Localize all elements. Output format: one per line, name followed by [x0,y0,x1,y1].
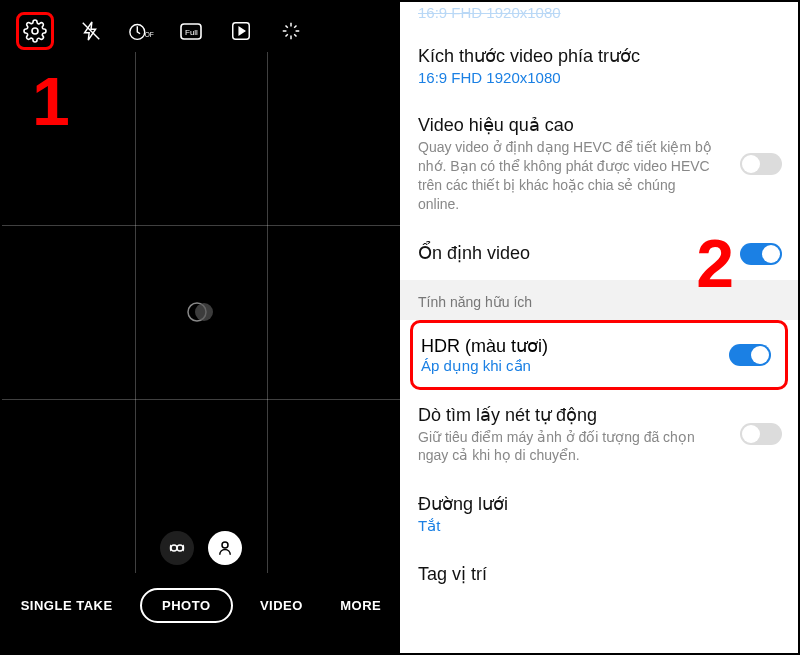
setting-sub: Áp dụng khi cần [421,357,777,375]
svg-text:Full: Full [185,28,198,37]
section-useful-features: Tính năng hữu ích [400,280,798,320]
setting-title: Tag vị trí [418,563,780,585]
mode-video[interactable]: VIDEO [250,592,313,619]
setting-title: Đường lưới [418,493,780,515]
toggle-hevc[interactable] [740,153,782,175]
setting-geotag[interactable]: Tag vị trí [400,549,798,591]
svg-point-11 [222,542,228,548]
setting-hevc[interactable]: Video hiệu quả cao Quay video ở định dạn… [400,100,798,228]
setting-title: Dò tìm lấy nét tự động [418,404,780,426]
aspect-ratio-icon[interactable]: Full [178,18,204,44]
setting-title: HDR (màu tươi) [421,335,777,357]
camera-toolbar: OFF Full [2,2,400,60]
setting-sub: Tắt [418,517,780,535]
svg-point-0 [32,28,38,34]
setting-autofocus[interactable]: Dò tìm lấy nét tự động Giữ tiêu điểm máy… [400,390,798,480]
setting-front-video-size[interactable]: Kích thước video phía trước 16:9 FHD 192… [400,31,798,100]
toggle-hdr[interactable] [729,344,771,366]
flash-off-icon[interactable] [78,18,104,44]
camera-screen: OFF Full 1 SINGLE TAKE PHOTO VIDEO MORE [2,2,400,653]
highlight-box-settings [16,12,54,50]
highlight-box-hdr: HDR (màu tươi) Áp dụng khi cần [410,320,788,390]
lens-wide[interactable] [208,531,242,565]
settings-screen: 16:9 FHD 1920x1080 Kích thước video phía… [400,2,798,653]
exposure-icon [186,297,216,331]
mode-more[interactable]: MORE [330,592,391,619]
effects-icon[interactable] [278,18,304,44]
setting-gridlines[interactable]: Đường lưới Tắt [400,479,798,549]
setting-sub: 16:9 FHD 1920x1080 [418,69,780,86]
mode-photo[interactable]: PHOTO [140,588,233,623]
gear-icon[interactable] [22,18,48,44]
setting-stabilize[interactable]: Ổn định video [400,228,798,280]
setting-title: Video hiệu quả cao [418,114,780,136]
lens-ultrawide[interactable] [160,531,194,565]
svg-text:OFF: OFF [145,31,154,38]
svg-point-8 [195,303,213,321]
setting-desc: Quay video ở định dạng HEVC để tiết kiệm… [418,138,780,214]
setting-title: Kích thước video phía trước [418,45,780,67]
mode-single-take[interactable]: SINGLE TAKE [11,592,123,619]
camera-mode-row: SINGLE TAKE PHOTO VIDEO MORE [2,588,400,623]
step-marker-1: 1 [32,62,70,140]
svg-point-10 [177,545,183,551]
step-marker-2: 2 [696,224,734,302]
lens-selector [160,531,242,565]
setting-desc: Giữ tiêu điểm máy ảnh ở đối tượng đã chọ… [418,428,780,466]
toggle-autofocus[interactable] [740,423,782,445]
prev-setting-value: 16:9 FHD 1920x1080 [400,2,798,31]
toggle-stabilize[interactable] [740,243,782,265]
motion-photo-icon[interactable] [228,18,254,44]
svg-point-9 [171,545,177,551]
timer-off-icon[interactable]: OFF [128,18,154,44]
